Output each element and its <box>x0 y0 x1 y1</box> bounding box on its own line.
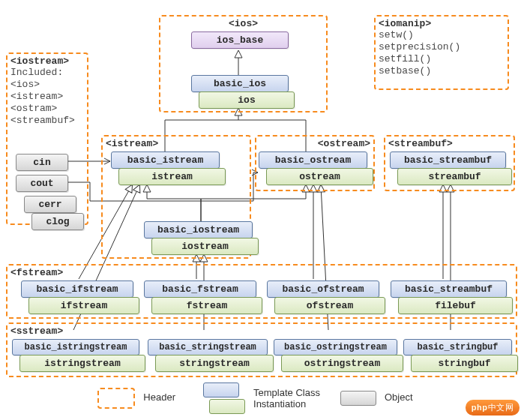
template-class-label: basic_iostream <box>144 221 253 238</box>
template-class-label: basic_stringbuf <box>403 339 512 356</box>
instantiation-label: fstream <box>151 297 262 314</box>
template-class-label: basic_istringstream <box>12 339 139 356</box>
header-fstream-title: <fstream> <box>7 266 516 278</box>
legend-swatch-object <box>340 391 376 406</box>
iostream-line: <ios> <box>7 79 87 91</box>
object-cin: cin <box>16 154 68 171</box>
legend-swatch-instantiation <box>209 399 245 414</box>
instantiation-label: stringbuf <box>411 355 518 372</box>
header-streambuf-title: <streambuf> <box>385 136 514 149</box>
iomanip-line: setw() <box>376 29 508 41</box>
template-class-label: basic_streambuf <box>390 152 506 169</box>
instantiation-label: filebuf <box>398 297 513 314</box>
iostream-line: <ostram> <box>7 103 87 115</box>
instantiation-label: ifstream <box>28 297 139 314</box>
instantiation-label: istream <box>118 168 226 185</box>
template-class-label: ios_base <box>191 32 289 49</box>
iostream-line: <istream> <box>7 91 87 103</box>
class-basic-ios: basic_ios ios <box>191 75 289 109</box>
iostream-line: <streambuf> <box>7 115 87 127</box>
legend-swatch-template <box>203 382 239 398</box>
header-iostream-title: <iostream> <box>7 54 87 67</box>
class-ios-base: ios_base <box>191 32 289 49</box>
legend-label-instantiation: Instantiation <box>253 398 306 410</box>
instantiation-label: iostream <box>151 238 259 255</box>
object-cout: cout <box>16 175 68 192</box>
object-clog: clog <box>31 213 84 230</box>
header-iomanip: <iomanip> setw() setprecision() setfill(… <box>374 15 509 90</box>
class-basic-istream: basic_istream istream <box>111 152 220 185</box>
diagram-canvas: <ios> ios_base basic_ios ios <iomanip> s… <box>0 0 524 420</box>
instantiation-label: ios <box>199 92 295 109</box>
iomanip-line: setprecision() <box>376 41 508 53</box>
legend-label-object: Object <box>385 392 413 403</box>
template-class-label: basic_ifstream <box>21 280 133 298</box>
instantiation-label: ostream <box>266 168 373 185</box>
watermark: php中文网 <box>466 400 520 416</box>
template-class-label: basic_streambuf <box>391 280 507 298</box>
header-sstream-title: <sstream> <box>7 324 516 337</box>
class-basic-ostringstream: basic_ostringstream ostringstream <box>274 339 397 372</box>
instantiation-label: ofstream <box>274 297 385 314</box>
class-basic-iostream: basic_iostream iostream <box>144 221 253 255</box>
class-basic-ofstream: basic_ofstream ofstream <box>267 280 379 314</box>
iomanip-line: setbase() <box>376 65 508 77</box>
legend-swatch-header <box>97 388 135 409</box>
header-iomanip-title: <iomanip> <box>376 16 508 29</box>
iomanip-line: setfill() <box>376 53 508 65</box>
header-istream-title: <istream> <box>103 136 250 149</box>
template-class-label: basic_istream <box>111 152 220 169</box>
template-class-label: basic_ostream <box>259 152 367 169</box>
object-cerr: cerr <box>24 196 76 213</box>
class-basic-streambuf: basic_streambuf streambuf <box>390 152 506 185</box>
watermark-suffix: 中文网 <box>488 403 514 412</box>
legend-label-template: Template Class <box>253 387 320 398</box>
legend-label-header: Header <box>143 392 175 403</box>
class-basic-stringstream: basic_stringstream stringstream <box>148 339 268 372</box>
class-basic-ifstream: basic_ifstream ifstream <box>21 280 133 314</box>
iostream-line: Included: <box>7 67 87 79</box>
template-class-label: basic_ofstream <box>267 280 379 298</box>
class-basic-stringbuf: basic_stringbuf stringbuf <box>403 339 512 372</box>
instantiation-label: ostringstream <box>281 355 403 372</box>
class-basic-ostream: basic_ostream ostream <box>259 152 367 185</box>
header-ostream-title: <ostream> <box>256 136 373 149</box>
class-filebuf: basic_streambuf filebuf <box>391 280 507 314</box>
legend: Header Template Class Instantiation Obje… <box>97 382 487 416</box>
template-class-label: basic_ios <box>191 75 289 92</box>
instantiation-label: istringstream <box>19 355 145 372</box>
template-class-label: basic_ostringstream <box>274 339 397 356</box>
header-ios-title: <ios> <box>160 16 326 29</box>
instantiation-label: streambuf <box>397 168 512 185</box>
instantiation-label: stringstream <box>155 355 274 372</box>
class-basic-istringstream: basic_istringstream istringstream <box>12 339 139 372</box>
class-basic-fstream: basic_fstream fstream <box>144 280 256 314</box>
template-class-label: basic_fstream <box>144 280 256 298</box>
watermark-brand: php <box>472 403 488 412</box>
template-class-label: basic_stringstream <box>148 339 268 356</box>
